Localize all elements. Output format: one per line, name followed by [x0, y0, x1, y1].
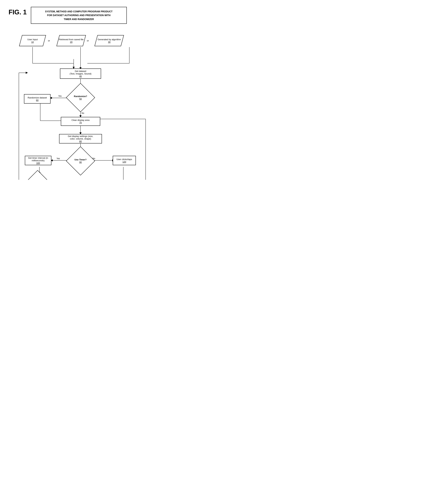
- get-display-settings-label: Get display settings (size,color, volume…: [68, 135, 93, 140]
- generated-ref: 30: [98, 41, 121, 43]
- randomize-q-ref: 50: [74, 97, 87, 100]
- svg-text:Yes: Yes: [58, 95, 62, 97]
- diagram-area: Yes No Yes No: [10, 30, 147, 174]
- use-timer-label: Use Timer?: [75, 158, 87, 161]
- time-elapsed-wrapper: Time Elapsed? 110: [27, 174, 52, 180]
- svg-text:Yes: Yes: [57, 157, 60, 160]
- user-clicks-node: User clicks/taps 120: [113, 156, 136, 165]
- title-line1: SYSTEM, METHOD AND COMPUTER PROGRAM PROD…: [45, 10, 113, 13]
- randomize-dataset-label: Randomize dataset: [28, 96, 47, 99]
- svg-text:No: No: [81, 112, 84, 114]
- generated-label: Generated by algorithm: [98, 38, 121, 41]
- retrieved-ref: 20: [59, 41, 84, 43]
- retrieved-node: Retrieved from saved file 20: [56, 35, 86, 46]
- user-input-ref: 10: [27, 41, 38, 43]
- user-clicks-ref: 120: [117, 161, 132, 163]
- randomize-dataset-node: Randomize dataset 60: [24, 94, 50, 104]
- generated-node: Generated by algorithm 30: [94, 35, 124, 46]
- title-line3: TIMER AND RANDOMIZER: [64, 18, 94, 20]
- or2-label: or: [87, 39, 89, 42]
- clear-display-label: Clear display area: [72, 119, 89, 121]
- user-clicks-label: User clicks/taps: [117, 158, 132, 161]
- get-dataset-node: Get dataset(Text, Images, Sound) 40: [60, 68, 101, 79]
- retrieved-label: Retrieved from saved file: [59, 38, 84, 41]
- randomize-q-wrapper: Randomize? 50: [70, 87, 92, 109]
- or1-label: or: [48, 39, 50, 42]
- fig-label: FIG. 1: [9, 9, 27, 16]
- title-box: SYSTEM, METHOD AND COMPUTER PROGRAM PROD…: [31, 7, 127, 24]
- user-input-node: User Input 10: [19, 35, 46, 46]
- use-timer-ref: 90: [75, 161, 87, 164]
- clear-display-node: Clear display area 70: [61, 117, 100, 126]
- randomize-dataset-ref: 60: [28, 99, 47, 102]
- get-display-settings-node: Get display settings (size,color, volume…: [59, 134, 102, 144]
- get-timer-ref: 100: [28, 162, 48, 164]
- svg-marker-47: [26, 72, 28, 74]
- title-line2: FOR DATASET AUTHORING AND PRESENTATION W…: [47, 14, 110, 17]
- clear-display-ref: 70: [72, 121, 89, 124]
- use-timer-wrapper: Use Timer? 90: [70, 150, 92, 172]
- randomize-q-label: Randomize?: [74, 95, 87, 97]
- get-timer-node: Get timer interval (inmilliseconds) 100: [25, 156, 51, 165]
- get-display-settings-ref: 80: [68, 140, 93, 143]
- user-input-label: User Input: [27, 38, 38, 41]
- get-timer-label: Get timer interval (inmilliseconds): [28, 157, 48, 162]
- get-dataset-ref: 40: [70, 75, 91, 78]
- get-dataset-label: Get dataset(Text, Images, Sound): [70, 70, 91, 75]
